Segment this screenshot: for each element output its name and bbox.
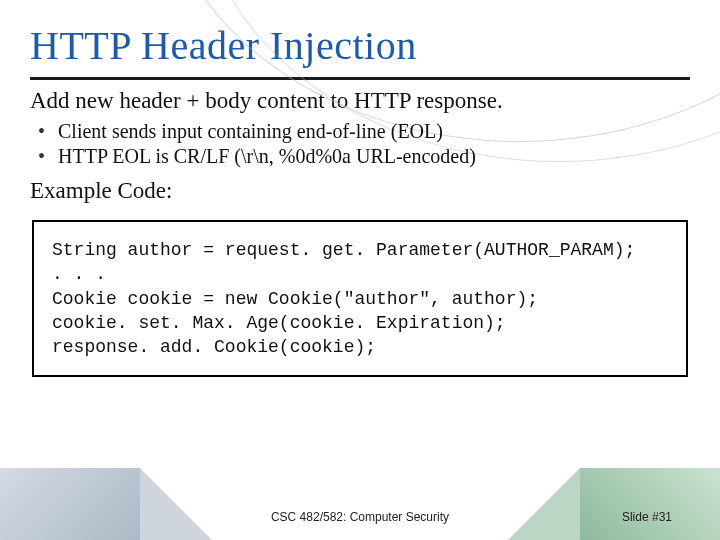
bullet-item: HTTP EOL is CR/LF (\r\n, %0d%0a URL-enco…: [38, 145, 690, 168]
footer-slide-number: Slide #31: [622, 510, 672, 524]
decoration-corner-right: [580, 468, 720, 540]
bullet-item: Client sends input containing end-of-lin…: [38, 120, 690, 143]
slide: HTTP Header Injection Add new header + b…: [0, 0, 720, 540]
example-heading: Example Code:: [30, 178, 690, 204]
footer-course: CSC 482/582: Computer Security: [0, 510, 720, 524]
decoration-corner-left: [0, 468, 140, 540]
code-example: String author = request. get. Parameter(…: [32, 220, 688, 377]
